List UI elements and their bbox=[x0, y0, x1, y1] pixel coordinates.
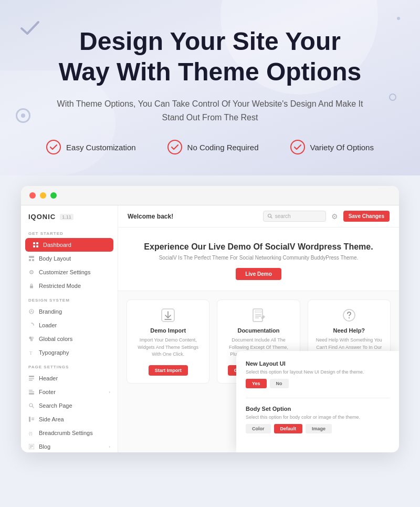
search-icon bbox=[268, 214, 272, 219]
need-help-icon bbox=[316, 308, 383, 322]
svg-line-25 bbox=[33, 407, 34, 408]
sidebar-item-global-colors-label: Global colors bbox=[39, 336, 72, 342]
feature-variety-options: Variety Of Options bbox=[290, 140, 374, 154]
svg-rect-23 bbox=[29, 390, 33, 391]
browser-window: IQONIC 1.11 GET STARTED Dashboard bbox=[21, 186, 399, 452]
save-changes-button[interactable]: Save Changes bbox=[343, 211, 390, 222]
svg-rect-19 bbox=[29, 378, 34, 379]
color-button[interactable]: Color bbox=[246, 424, 271, 433]
sidebar-item-customizer[interactable]: Customizer Settings bbox=[21, 265, 118, 279]
new-layout-ui-option: New Layout UI Select this option for lay… bbox=[246, 360, 390, 388]
body-set-desc: Select this option for body color or ima… bbox=[246, 415, 390, 420]
svg-rect-21 bbox=[29, 393, 34, 395]
demo-title: Experience Our Live Demo Of SocialV Word… bbox=[129, 242, 388, 252]
search-box[interactable]: search bbox=[263, 211, 326, 222]
sidebar-item-loader[interactable]: Loader bbox=[21, 318, 118, 332]
body-set-toggle-group: Color Default Image bbox=[246, 424, 390, 433]
card-demo-import-desc: Import Your Demo Content, Widgets And Th… bbox=[134, 337, 202, 358]
svg-rect-4 bbox=[36, 242, 38, 244]
sidebar-item-body-layout-label: Body Layout bbox=[39, 255, 71, 262]
sidebar-item-branding[interactable]: Branding bbox=[21, 305, 118, 318]
sidebar-logo: IQONIC 1.11 bbox=[21, 205, 118, 226]
typography-icon: T bbox=[28, 349, 35, 356]
svg-rect-27 bbox=[32, 418, 34, 419]
default-button[interactable]: Default bbox=[274, 424, 303, 433]
browser-dot-green bbox=[50, 192, 57, 199]
hero-subtitle: With Theme Options, You Can Take Control… bbox=[52, 97, 368, 124]
sidebar-item-search-page-label: Search Page bbox=[39, 402, 72, 409]
body-set-title: Body Set Option bbox=[246, 406, 390, 412]
sidebar-item-blog-label: Blog bbox=[39, 443, 50, 450]
loader-icon bbox=[28, 322, 35, 328]
sidebar-item-search-page[interactable]: Search Page bbox=[21, 399, 118, 412]
demo-hero-section: Experience Our Live Demo Of SocialV Word… bbox=[118, 227, 399, 291]
new-layout-toggle-group: Yes No bbox=[246, 379, 390, 388]
sidebar-item-branding-label: Branding bbox=[39, 308, 62, 315]
no-button[interactable]: No bbox=[270, 379, 289, 388]
main-content: Welcome back! search ⚙ Save Changes bbox=[118, 205, 399, 452]
start-import-button[interactable]: Start Import bbox=[149, 365, 188, 376]
feature-no-coding-label: No Coding Required bbox=[187, 143, 259, 152]
yes-button[interactable]: Yes bbox=[246, 379, 267, 388]
check-circle-icon-3 bbox=[290, 140, 305, 154]
sidebar-item-restricted[interactable]: Restricted Mode bbox=[21, 279, 118, 293]
svg-rect-8 bbox=[29, 259, 31, 261]
card-demo-import: Demo Import Import Your Demo Content, Wi… bbox=[127, 299, 209, 384]
sidebar-item-dashboard-label: Dashboard bbox=[43, 242, 71, 248]
header-icon bbox=[28, 375, 35, 381]
ring-decoration bbox=[389, 94, 396, 101]
hero-title: Design Your Site Your Way With Theme Opt… bbox=[32, 26, 388, 87]
section-label-page: PAGE SETTINGS bbox=[21, 359, 118, 371]
footer-arrow-icon: › bbox=[109, 390, 110, 395]
svg-point-16 bbox=[30, 339, 33, 342]
settings-gear-icon[interactable]: ⚙ bbox=[331, 212, 338, 221]
svg-rect-26 bbox=[29, 417, 30, 422]
logo-text: IQONIC bbox=[28, 213, 56, 221]
welcome-text: Welcome back! bbox=[128, 213, 173, 220]
popup-divider bbox=[246, 398, 390, 398]
sidebar-item-breadcrumb-label: Breadcrumb Settings bbox=[39, 430, 93, 436]
layout-icon bbox=[28, 255, 35, 262]
sidebar-item-typography[interactable]: T Typography bbox=[21, 346, 118, 359]
svg-rect-12 bbox=[30, 286, 33, 288]
dot-decoration bbox=[397, 17, 400, 20]
svg-rect-3 bbox=[33, 242, 35, 244]
svg-rect-9 bbox=[32, 259, 34, 261]
svg-rect-22 bbox=[29, 391, 34, 392]
sidebar-item-header-label: Header bbox=[39, 375, 58, 381]
sidebar-item-breadcrumb[interactable]: {/} Breadcrumb Settings bbox=[21, 426, 118, 440]
sidebar-item-footer[interactable]: Footer › bbox=[21, 385, 118, 399]
sidebar-item-blog[interactable]: Blog › bbox=[21, 440, 118, 452]
sidebar-item-dashboard[interactable]: Dashboard bbox=[25, 238, 113, 252]
branding-icon bbox=[28, 308, 35, 315]
sidebar-item-body-layout[interactable]: Body Layout bbox=[21, 252, 118, 265]
sidebar-item-customizer-label: Customizer Settings bbox=[39, 269, 90, 275]
svg-point-45 bbox=[349, 317, 350, 318]
customizer-icon bbox=[28, 269, 35, 275]
feature-variety-options-label: Variety Of Options bbox=[310, 143, 374, 152]
svg-point-0 bbox=[47, 140, 60, 154]
sidebar-item-header[interactable]: Header bbox=[21, 371, 118, 385]
screenshot-wrapper: IQONIC 1.11 GET STARTED Dashboard bbox=[0, 175, 420, 452]
demo-import-icon bbox=[134, 308, 202, 322]
demo-subtitle: SocialV Is The Perfect Theme For Social … bbox=[129, 255, 388, 261]
svg-rect-28 bbox=[32, 419, 34, 420]
sidebar-item-side-area-label: Side Area bbox=[39, 416, 64, 422]
top-bar-right: search ⚙ Save Changes bbox=[263, 211, 390, 222]
feature-no-coding: No Coding Required bbox=[167, 140, 259, 154]
sidebar-item-loader-label: Loader bbox=[39, 322, 57, 328]
sidebar-item-side-area[interactable]: Side Area bbox=[21, 412, 118, 426]
blog-icon bbox=[28, 443, 35, 450]
section-label-design: DESIGN SYSTEM bbox=[21, 293, 118, 305]
colors-icon bbox=[28, 336, 35, 342]
feature-easy-customization: Easy Customization bbox=[46, 140, 136, 154]
image-button[interactable]: Image bbox=[306, 424, 332, 433]
sidebar-item-typography-label: Typography bbox=[39, 349, 69, 356]
card-need-help-title: Need Help? bbox=[316, 327, 383, 334]
browser-dot-red bbox=[29, 192, 36, 199]
section-label-get-started: GET STARTED bbox=[21, 226, 118, 238]
breadcrumb-icon: {/} bbox=[28, 430, 35, 436]
sidebar-item-global-colors[interactable]: Global colors bbox=[21, 332, 118, 346]
svg-point-1 bbox=[168, 140, 182, 154]
live-demo-button[interactable]: Live Demo bbox=[236, 268, 281, 280]
